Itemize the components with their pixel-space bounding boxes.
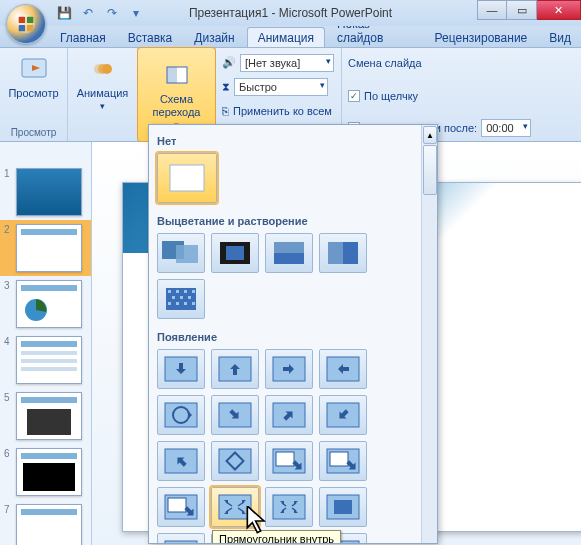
thumb-number: 5 [4,392,12,440]
transition-split-h[interactable] [319,487,367,527]
svg-rect-40 [330,452,348,466]
transition-shape-circle[interactable] [157,395,205,435]
tab-animation[interactable]: Анимация [247,27,325,47]
svg-rect-39 [276,452,294,466]
svg-rect-2 [27,17,33,23]
qat-more-icon[interactable]: ▾ [126,3,146,23]
transition-wipe-up[interactable] [319,349,367,389]
transition-wipe-dl[interactable] [211,395,259,435]
animation-button[interactable]: Анимация ▾ [73,50,133,114]
transition-speed-dropdown[interactable]: Быстро [234,78,328,96]
slide-thumb-6[interactable] [16,448,82,496]
transition-dissolve[interactable] [157,279,205,319]
gallery-heading-none: Нет [153,129,415,151]
preview-group-label: Просмотр [11,125,57,139]
tab-view[interactable]: Вид [539,28,581,47]
slide-thumb-1[interactable] [16,168,82,216]
gallery-scrollbar[interactable]: ▲ [421,125,437,543]
tab-design[interactable]: Дизайн [184,28,244,47]
gallery-heading-fade: Выцветание и растворение [153,209,415,231]
transition-wipe-dr[interactable] [265,395,313,435]
slide-thumb-5[interactable] [16,392,82,440]
preview-button[interactable]: Просмотр [4,50,62,102]
tab-review[interactable]: Рецензирование [425,28,538,47]
apply-to-all-label: Применить ко всем [233,105,332,117]
transition-wipe-ul[interactable] [319,395,367,435]
transition-wipe-right[interactable] [265,349,313,389]
tab-insert[interactable]: Вставка [118,28,183,47]
transition-fade-smoothly[interactable] [157,233,205,273]
svg-marker-50 [247,506,264,533]
slide-thumb-4[interactable] [16,336,82,384]
transition-uncover-down[interactable] [265,441,313,481]
thumb-number: 2 [4,224,12,272]
transition-uncover-right[interactable] [157,487,205,527]
qat-save-icon[interactable]: 💾 [54,3,74,23]
transition-gallery: ▲ Нет Выцветание и растворение Появление… [148,124,438,544]
transition-sound-dropdown[interactable]: [Нет звука] [240,54,334,72]
thumb-number: 4 [4,336,12,384]
svg-point-9 [102,64,112,74]
thumb-number: 3 [4,280,12,328]
window-minimize[interactable]: — [477,0,507,20]
svg-rect-1 [19,17,25,23]
thumb-number: 1 [4,168,12,216]
window-maximize[interactable]: ▭ [507,0,537,20]
animation-icon [87,53,119,85]
transition-none[interactable] [157,153,217,203]
transition-shape-diamond[interactable] [211,441,259,481]
mouse-cursor-icon [240,506,254,524]
slide-thumb-7[interactable] [16,504,82,545]
transition-icon [161,59,193,91]
auto-after-time[interactable]: 00:00 [481,119,531,137]
scroll-up-icon[interactable]: ▲ [423,126,437,144]
transition-scheme-label: Схема перехода [153,93,201,117]
office-button[interactable] [6,4,46,44]
transition-uncover-left[interactable] [319,441,367,481]
preview-label: Просмотр [8,87,58,99]
qat-undo-icon[interactable]: ↶ [78,3,98,23]
transition-cut-black[interactable] [319,233,367,273]
thumb-number: 7 [4,504,12,545]
svg-rect-41 [168,498,186,512]
slide-thumbnails-pane[interactable]: 1 2 3 4 5 6 7 [0,142,92,545]
transition-box-in[interactable]: Прямоугольник внутрь [211,487,259,527]
svg-rect-4 [27,25,33,31]
gallery-heading-appear: Появление [153,325,415,347]
svg-rect-59 [334,500,352,514]
qat-redo-icon[interactable]: ↷ [102,3,122,23]
slide-thumb-3[interactable] [16,280,82,328]
transition-fade-black[interactable] [211,233,259,273]
svg-rect-3 [19,25,25,31]
transition-wipe-down[interactable] [157,349,205,389]
advance-group-label: Смена слайда [348,57,422,69]
svg-rect-11 [167,67,177,83]
transition-wipe-ur[interactable] [157,441,205,481]
apply-to-all-button[interactable]: ⎘Применить ко всем [222,101,332,122]
thumb-number: 6 [4,448,12,496]
on-click-label: По щелчку [364,90,418,102]
window-title: Презентация1 - Microsoft PowerPoint [189,6,392,20]
transition-split-v[interactable] [157,533,205,544]
transition-wipe-left-right[interactable] [211,349,259,389]
speed-icon: ⧗ [222,80,230,93]
window-close[interactable]: ✕ [537,0,581,20]
scroll-thumb[interactable] [423,145,437,195]
slide-thumb-2[interactable] [16,224,82,272]
preview-icon [18,53,50,85]
on-click-checkbox[interactable]: ✓ [348,90,360,102]
transition-cut[interactable] [265,233,313,273]
tab-home[interactable]: Главная [50,28,116,47]
apply-all-icon: ⎘ [222,105,229,117]
animation-label: Анимация [77,87,129,99]
sound-icon: 🔊 [222,56,236,69]
